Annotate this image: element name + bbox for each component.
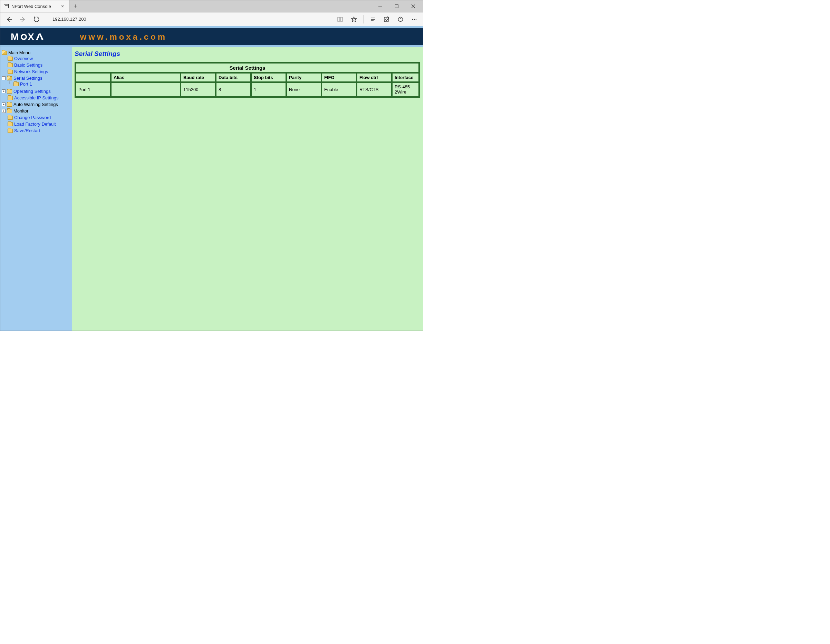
- table-row: Port 1 115200 8 1 None Enable RTS/CTS RS…: [76, 82, 419, 96]
- sidebar-root: Main Menu: [8, 50, 30, 55]
- window-controls: [82, 0, 423, 12]
- sidebar-item-monitor[interactable]: Monitor: [13, 108, 28, 114]
- share-icon[interactable]: [394, 14, 407, 25]
- minimize-button[interactable]: [372, 2, 388, 11]
- folder-open-icon: [7, 76, 12, 81]
- folder-open-icon: [2, 51, 7, 55]
- browser-tab[interactable]: NPort Web Console ×: [0, 0, 70, 12]
- svg-rect-7: [341, 17, 342, 21]
- table-caption: Serial Settings: [76, 63, 419, 73]
- maximize-button[interactable]: [389, 2, 404, 11]
- sidebar-item-serial-port1[interactable]: Port 1: [20, 81, 32, 87]
- expand-icon[interactable]: +: [2, 103, 6, 106]
- folder-icon: [7, 109, 12, 113]
- expand-icon[interactable]: +: [2, 109, 6, 113]
- forward-button[interactable]: [16, 14, 29, 25]
- sidebar-item-overview[interactable]: Overview: [14, 56, 33, 61]
- tab-title: NPort Web Console: [11, 4, 59, 9]
- folder-icon: [8, 70, 13, 74]
- hub-icon[interactable]: [366, 14, 379, 25]
- sidebar-item-serial-settings[interactable]: Serial Settings: [13, 76, 43, 81]
- back-button[interactable]: [2, 14, 16, 25]
- col-parity: Parity: [287, 73, 321, 82]
- svg-point-16: [412, 19, 413, 20]
- cell-flow: RTS/CTS: [357, 82, 391, 96]
- more-icon[interactable]: [408, 14, 421, 25]
- svg-point-18: [416, 19, 417, 20]
- moxa-url: www.moxa.com: [80, 32, 168, 42]
- web-note-icon[interactable]: [380, 14, 393, 25]
- cell-iface: RS-485 2Wire: [392, 82, 419, 96]
- sidebar-nav: Main Menu Overview Basic Settings Networ…: [0, 47, 72, 331]
- page-viewport: MXΛ www.moxa.com Main Menu Overview Basi…: [0, 26, 423, 331]
- svg-rect-1: [395, 5, 398, 8]
- col-alias: Alias: [111, 73, 180, 82]
- browser-toolbar: 192.168.127.200: [0, 13, 423, 26]
- moxa-logo: MXΛ: [11, 32, 46, 43]
- folder-icon: [8, 57, 13, 61]
- sidebar-item-basic-settings[interactable]: Basic Settings: [14, 62, 43, 68]
- folder-icon: [8, 129, 13, 133]
- svg-point-17: [414, 19, 415, 20]
- expand-icon[interactable]: +: [2, 89, 6, 93]
- svg-point-14: [399, 20, 400, 21]
- address-bar[interactable]: 192.168.127.200: [49, 14, 333, 24]
- separator: [46, 15, 46, 24]
- page-title: Serial Settings: [74, 50, 420, 58]
- svg-rect-6: [337, 17, 340, 21]
- sidebar-item-accessible-ip[interactable]: Accessible IP Settings: [14, 95, 59, 100]
- reading-view-icon[interactable]: [334, 14, 347, 25]
- separator: [363, 15, 364, 24]
- cell-fifo: Enable: [322, 82, 356, 96]
- sidebar-item-save-restart[interactable]: Save/Restart: [14, 128, 40, 133]
- sidebar-item-operating-settings[interactable]: Operating Settings: [13, 89, 51, 94]
- svg-point-13: [400, 18, 401, 19]
- col-fifo: FIFO: [322, 73, 356, 82]
- close-icon[interactable]: ×: [59, 3, 66, 9]
- folder-icon: [7, 89, 12, 93]
- cell-alias: [111, 82, 180, 96]
- sidebar-item-change-password[interactable]: Change Password: [14, 115, 51, 120]
- folder-icon: [8, 116, 13, 120]
- title-tab-bar: NPort Web Console × +: [0, 0, 423, 13]
- favorite-star-icon[interactable]: [347, 14, 360, 25]
- col-port: [76, 73, 111, 82]
- folder-icon: [7, 103, 12, 107]
- col-baud: Baud rate: [181, 73, 215, 82]
- folder-icon: [13, 82, 19, 86]
- folder-icon: [8, 122, 13, 126]
- sidebar-item-auto-warning[interactable]: Auto Warning Settings: [13, 102, 58, 107]
- col-flow: Flow ctrl: [357, 73, 391, 82]
- serial-settings-table: Serial Settings Alias Baud rate Data bit…: [74, 62, 420, 98]
- cell-databits: 8: [216, 82, 251, 96]
- cell-parity: None: [287, 82, 321, 96]
- col-iface: Interface: [392, 73, 419, 82]
- collapse-icon[interactable]: −: [2, 76, 6, 80]
- new-tab-button[interactable]: +: [70, 0, 82, 12]
- moxa-banner: MXΛ www.moxa.com: [0, 26, 423, 47]
- svg-point-12: [398, 17, 403, 21]
- folder-icon: [8, 63, 13, 67]
- refresh-button[interactable]: [30, 14, 43, 25]
- sidebar-item-load-factory[interactable]: Load Factory Default: [14, 122, 56, 127]
- content-pane: Serial Settings Serial Settings Alias Ba…: [72, 47, 423, 331]
- cell-port[interactable]: Port 1: [76, 82, 111, 96]
- page-icon: [4, 4, 9, 8]
- browser-window: NPort Web Console × + 192.168.127.20: [0, 0, 423, 331]
- svg-point-15: [401, 20, 402, 21]
- sidebar-item-network-settings[interactable]: Network Settings: [14, 69, 48, 74]
- address-text: 192.168.127.200: [52, 17, 86, 22]
- cell-baud: 115200: [181, 82, 215, 96]
- cell-stopbits: 1: [251, 82, 286, 96]
- close-window-button[interactable]: [405, 2, 421, 11]
- col-stopbits: Stop bits: [251, 73, 286, 82]
- folder-icon: [8, 96, 13, 100]
- col-databits: Data bits: [216, 73, 251, 82]
